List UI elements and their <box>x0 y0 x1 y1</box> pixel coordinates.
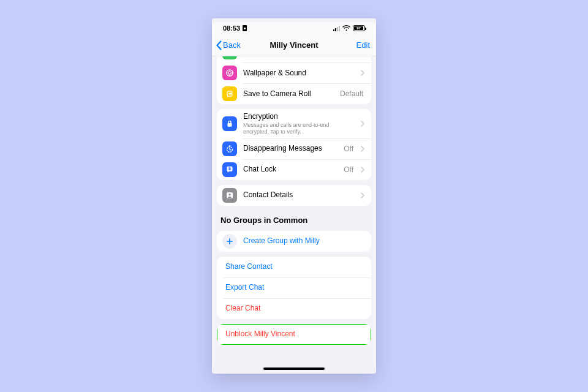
chevron-left-icon <box>216 40 223 50</box>
signal-icon <box>333 26 340 31</box>
nav-title: Milly Vincent <box>270 40 318 50</box>
settings-group-appearance: Wallpaper & Sound Save to Camera Roll De… <box>217 56 371 104</box>
svg-point-3 <box>228 72 232 75</box>
chevron-right-icon <box>361 146 364 152</box>
chatlock-label: Chat Lock <box>243 165 337 174</box>
save-detail: Default <box>340 89 363 98</box>
timer-icon <box>222 141 237 156</box>
create-group-label: Create Group with Milly <box>243 236 364 246</box>
settings-group-newgroup: Create Group with Milly <box>217 231 371 252</box>
groups-header: No Groups in Common <box>212 211 376 226</box>
row-clear-chat[interactable]: Clear Chat <box>217 298 371 319</box>
battery-icon: 97 <box>353 25 365 31</box>
svg-point-5 <box>229 75 230 77</box>
back-label: Back <box>223 40 241 50</box>
row-share-contact[interactable]: Share Contact <box>217 257 371 277</box>
row-hidden[interactable] <box>217 56 371 62</box>
lock-icon <box>222 116 237 131</box>
disappearing-label: Disappearing Messages <box>243 144 337 153</box>
wifi-icon <box>342 25 350 31</box>
encryption-label: Encryption <box>243 112 278 121</box>
svg-rect-10 <box>228 145 230 146</box>
wallpaper-label: Wallpaper & Sound <box>243 69 355 78</box>
share-contact-label: Share Contact <box>225 262 364 271</box>
edit-button[interactable]: Edit <box>356 40 370 50</box>
row-create-group[interactable]: Create Group with Milly <box>217 231 371 252</box>
nav-bar: Back Milly Vincent Edit <box>212 34 376 56</box>
clear-chat-label: Clear Chat <box>225 304 364 313</box>
svg-rect-1 <box>244 28 246 29</box>
row-disappearing-messages[interactable]: Disappearing Messages Off <box>217 138 371 159</box>
chevron-right-icon <box>361 192 364 198</box>
chevron-right-icon <box>361 167 364 173</box>
row-export-chat[interactable]: Export Chat <box>217 277 371 298</box>
svg-rect-8 <box>228 123 232 127</box>
row-unblock[interactable]: Unblock Milly Vincent <box>217 324 371 345</box>
svg-point-13 <box>228 193 230 195</box>
contact-details-label: Contact Details <box>243 190 355 200</box>
status-time: 08:53 <box>223 24 240 32</box>
home-indicator <box>263 368 325 370</box>
contact-icon <box>222 188 237 203</box>
content: Wallpaper & Sound Save to Camera Roll De… <box>212 56 376 365</box>
svg-point-7 <box>232 72 233 74</box>
save-icon <box>222 86 237 101</box>
row-encryption[interactable]: Encryption Messages and calls are end-to… <box>217 109 371 138</box>
phone-frame: 08:53 97 Back Milly Vincent Edit <box>212 18 376 374</box>
hidden-icon <box>222 56 237 59</box>
chevron-right-icon <box>361 70 364 76</box>
row-chat-lock[interactable]: Chat Lock Off <box>217 159 371 180</box>
disappearing-detail: Off <box>344 145 353 153</box>
settings-group-unblock: Unblock Milly Vincent <box>217 324 371 345</box>
row-wallpaper-sound[interactable]: Wallpaper & Sound <box>217 62 371 83</box>
settings-group-contact: Contact Details <box>217 185 371 206</box>
plus-icon <box>222 234 237 249</box>
settings-group-privacy: Encryption Messages and calls are end-to… <box>217 109 371 180</box>
export-chat-label: Export Chat <box>225 283 364 292</box>
unblock-label: Unblock Milly Vincent <box>225 330 364 339</box>
svg-point-4 <box>229 70 230 71</box>
save-label: Save to Camera Roll <box>243 89 334 99</box>
settings-group-actions: Share Contact Export Chat Clear Chat <box>217 257 371 319</box>
svg-point-6 <box>227 72 228 74</box>
card-icon <box>242 25 247 31</box>
svg-rect-11 <box>228 168 230 170</box>
back-button[interactable]: Back <box>216 40 241 50</box>
wallpaper-icon <box>222 66 237 80</box>
encryption-sub: Messages and calls are end-to-end encryp… <box>243 122 355 135</box>
status-bar: 08:53 97 <box>212 22 376 34</box>
chat-lock-icon <box>222 162 237 177</box>
row-contact-details[interactable]: Contact Details <box>217 185 371 206</box>
chatlock-detail: Off <box>344 165 353 174</box>
chevron-right-icon <box>361 121 364 127</box>
row-save-camera-roll[interactable]: Save to Camera Roll Default <box>217 83 371 104</box>
